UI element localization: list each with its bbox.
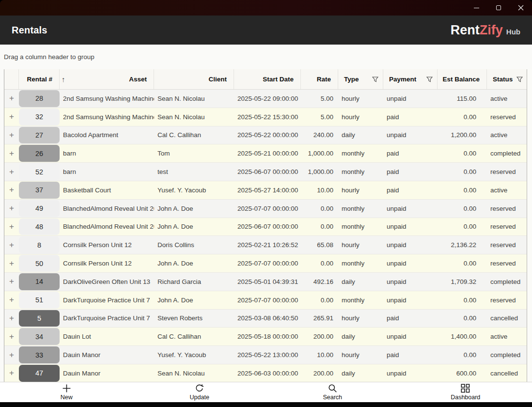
row-expander[interactable]: + xyxy=(4,126,19,144)
row-expander[interactable]: + xyxy=(4,236,19,254)
table-row[interactable]: +49BlanchedAlmond Reveal Unit 20John A. … xyxy=(4,200,527,218)
table-row[interactable]: +51DarkTurquoise Practice Unit 7John A. … xyxy=(4,291,527,310)
row-expander[interactable]: + xyxy=(4,310,19,328)
filter-icon[interactable] xyxy=(426,77,433,82)
column-header-label: Type xyxy=(344,76,359,83)
row-expander[interactable]: + xyxy=(4,328,19,345)
column-header-label: Asset xyxy=(129,76,147,83)
group-by-panel[interactable]: Drag a column header to group xyxy=(0,45,532,69)
balance-cell: 0.00 xyxy=(438,181,487,199)
row-expander[interactable]: + xyxy=(4,254,19,272)
column-header-balance[interactable]: Est Balance xyxy=(438,69,487,89)
table-row[interactable]: +34Dauin LotCal C. Callihan2025-05-18 00… xyxy=(4,328,527,346)
rental-number-cell: 5 xyxy=(19,310,60,328)
new-button[interactable]: New xyxy=(0,382,133,402)
payment-cell: paid xyxy=(383,163,438,181)
asset-cell: BlanchedAlmond Reveal Unit 20 xyxy=(60,218,154,236)
filter-icon[interactable] xyxy=(372,77,378,82)
column-header-type[interactable]: Type xyxy=(338,69,383,89)
table-row[interactable]: +48BlanchedAlmond Reveal Unit 20John A. … xyxy=(4,218,527,236)
payment-cell: unpaid xyxy=(383,291,438,309)
minimize-button[interactable] xyxy=(465,0,487,16)
start-cell: 2025-05-22 13:00:00 xyxy=(234,346,301,364)
column-header-status[interactable]: Status xyxy=(487,69,528,89)
column-header-client[interactable]: Client xyxy=(154,69,234,89)
main-content: Drag a column header to group Rental #↑A… xyxy=(0,45,532,382)
column-header-rate[interactable]: Rate xyxy=(301,69,338,89)
maximize-button[interactable] xyxy=(487,0,510,16)
table-row[interactable]: +52barntest2025-06-07 00:00:001,000.00mo… xyxy=(4,163,527,181)
payment-cell: unpaid xyxy=(383,273,438,291)
type-cell: hourly xyxy=(338,90,383,108)
column-header-start[interactable]: Start Date xyxy=(234,69,301,89)
asset-cell: DarkTurquoise Practice Unit 7 xyxy=(60,291,154,309)
table-row[interactable]: +27Bacolod ApartmentCal C. Callihan2025-… xyxy=(4,126,527,145)
type-cell: hourly xyxy=(338,346,383,364)
vertical-scrollbar[interactable] xyxy=(527,69,532,382)
status-cell: reserved xyxy=(487,236,528,254)
start-cell: 2025-05-22 15:30:00 xyxy=(234,108,301,126)
client-cell: Cal C. Callihan xyxy=(154,328,234,345)
balance-cell: 1,200.00 xyxy=(438,126,487,144)
type-cell: monthly xyxy=(338,144,383,162)
close-button[interactable] xyxy=(510,0,532,16)
row-expander[interactable]: + xyxy=(4,346,19,364)
start-cell: 2025-03-08 06:40:50 xyxy=(234,310,301,328)
dashboard-button[interactable]: Dashboard xyxy=(399,382,532,402)
table-row[interactable]: +14DarkOliveGreen Often Unit 13Richard G… xyxy=(4,273,527,291)
search-button[interactable]: Search xyxy=(266,382,399,402)
rental-number-shade: 50 xyxy=(19,255,60,272)
row-expander[interactable]: + xyxy=(4,163,19,181)
client-cell: Steven Roberts xyxy=(154,310,234,328)
table-row[interactable]: +8Cornsilk Person Unit 12Doris Collins20… xyxy=(4,236,527,254)
brand-part-hub: Hub xyxy=(506,28,520,36)
update-button[interactable]: Update xyxy=(133,382,266,402)
row-expander[interactable]: + xyxy=(4,273,19,291)
rental-number-shade: 8 xyxy=(19,236,60,253)
table-row[interactable]: +47Dauin ManorSean N. Nicolau2025-06-03 … xyxy=(4,364,527,382)
client-cell: John A. Doe xyxy=(154,291,234,309)
start-cell: 2025-02-21 10:26:52 xyxy=(234,236,301,254)
brand-part-zify: Zify xyxy=(480,23,503,38)
column-header-num[interactable]: Rental # xyxy=(19,69,60,89)
rental-number-cell: 50 xyxy=(19,254,60,272)
close-icon xyxy=(518,5,524,11)
column-header-payment[interactable]: Payment xyxy=(383,69,438,89)
row-expander[interactable]: + xyxy=(4,181,19,199)
table-row[interactable]: +33Dauin ManorYusef. Y. Yacoub2025-05-22… xyxy=(4,346,527,364)
type-cell: daily xyxy=(338,328,383,345)
type-cell: daily xyxy=(338,126,383,144)
toolbar-label: Update xyxy=(190,394,209,401)
row-expander[interactable]: + xyxy=(4,364,19,382)
rate-cell: 0.00 xyxy=(301,291,338,309)
asset-cell: Cornsilk Person Unit 12 xyxy=(60,254,154,272)
row-expander[interactable]: + xyxy=(4,291,19,309)
table-row[interactable]: +5DarkTurquoise Practice Unit 7Steven Ro… xyxy=(4,310,527,328)
payment-cell: unpaid xyxy=(383,200,438,218)
plus-icon xyxy=(62,384,71,393)
status-cell: completed xyxy=(487,144,528,162)
rental-number-shade: 32 xyxy=(19,109,60,125)
table-row[interactable]: +50Cornsilk Person Unit 12John A. Doe202… xyxy=(4,254,527,273)
column-header-asset[interactable]: ↑Asset xyxy=(60,69,154,89)
table-row[interactable]: +37Basketball CourtYusef. Y. Yacoub2025-… xyxy=(4,181,527,200)
rate-cell: 1,000.00 xyxy=(301,163,338,181)
filter-icon[interactable] xyxy=(516,77,523,82)
row-expander[interactable]: + xyxy=(4,200,19,218)
row-expander[interactable]: + xyxy=(4,90,19,108)
row-expander[interactable]: + xyxy=(4,108,19,126)
balance-cell: 0.00 xyxy=(438,346,487,364)
type-cell: monthly xyxy=(338,218,383,236)
balance-cell: 115.00 xyxy=(438,90,487,108)
table-row[interactable]: +26barnTom2025-05-21 00:00:001,000.00mon… xyxy=(4,144,527,163)
rental-number-cell: 47 xyxy=(19,364,60,382)
balance-cell: 0.00 xyxy=(438,200,487,218)
row-expander[interactable]: + xyxy=(4,144,19,162)
rental-number-shade: 48 xyxy=(19,219,60,235)
table-row[interactable]: +322nd Samsung Washing MachineSean N. Ni… xyxy=(4,108,527,126)
asset-cell: DarkOliveGreen Often Unit 13 xyxy=(60,273,154,291)
search-icon xyxy=(328,384,337,393)
table-row[interactable]: +282nd Samsung Washing MachineSean N. Ni… xyxy=(4,90,527,108)
status-cell: active xyxy=(487,181,528,199)
row-expander[interactable]: + xyxy=(4,218,19,236)
